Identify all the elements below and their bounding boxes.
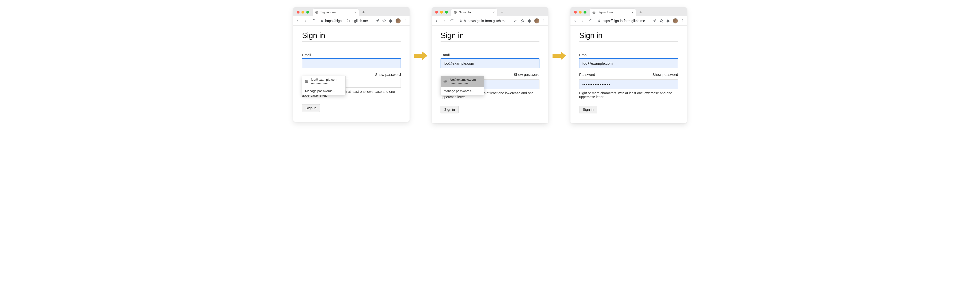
- menu-icon[interactable]: [403, 19, 407, 23]
- extensions-icon[interactable]: [666, 19, 670, 23]
- menu-icon[interactable]: [681, 19, 685, 23]
- minimize-window-icon[interactable]: [579, 11, 582, 14]
- minimize-window-icon[interactable]: [440, 11, 443, 14]
- extensions-icon[interactable]: [389, 19, 393, 23]
- page-heading: Sign in: [302, 31, 401, 40]
- autofill-suggestion[interactable]: foo@example.com ••••••••••••••••: [302, 76, 345, 87]
- toolbar-actions: [514, 18, 546, 24]
- arrow-icon: [552, 51, 566, 60]
- close-tab-icon[interactable]: ×: [354, 11, 356, 14]
- window-controls: [573, 11, 589, 16]
- show-password-toggle[interactable]: Show password: [375, 73, 401, 76]
- key-icon[interactable]: [514, 19, 518, 23]
- arrow-icon: [414, 51, 428, 60]
- forward-button: [580, 18, 585, 24]
- maximize-window-icon[interactable]: [306, 11, 309, 14]
- maximize-window-icon[interactable]: [584, 11, 587, 14]
- star-icon[interactable]: [520, 19, 525, 23]
- browser-tab[interactable]: Signin form ×: [451, 9, 497, 16]
- autofill-dropdown: foo@example.com •••••••••••••••• Manage …: [441, 76, 484, 95]
- page-content: Sign in Email foo@example.com ••••••••••…: [432, 26, 548, 121]
- window-controls: [295, 11, 311, 16]
- maximize-window-icon[interactable]: [445, 11, 448, 14]
- menu-icon[interactable]: [542, 19, 546, 23]
- divider: [579, 41, 678, 42]
- svg-point-3: [405, 21, 406, 21]
- browser-tab[interactable]: Signin form ×: [313, 9, 359, 16]
- reload-button[interactable]: [588, 18, 593, 24]
- key-icon[interactable]: [375, 19, 380, 23]
- globe-icon: [453, 11, 457, 14]
- browser-window-3: Signin form × + https://sign-in-form.gli…: [570, 7, 687, 123]
- close-window-icon[interactable]: [297, 11, 299, 14]
- back-button[interactable]: [434, 18, 439, 24]
- globe-icon: [592, 11, 596, 14]
- reload-button[interactable]: [449, 18, 455, 24]
- manage-passwords-link[interactable]: Manage passwords...: [302, 87, 345, 95]
- extensions-icon[interactable]: [527, 19, 532, 23]
- toolbar-actions: [375, 18, 407, 24]
- password-input[interactable]: [579, 79, 678, 89]
- new-tab-button[interactable]: +: [360, 9, 367, 16]
- address-bar[interactable]: https://sign-in-form.glitch.me: [318, 18, 373, 24]
- globe-icon: [443, 79, 447, 83]
- svg-point-14: [682, 19, 682, 20]
- manage-passwords-link[interactable]: Manage passwords...: [441, 87, 484, 95]
- titlebar: Signin form × +: [293, 7, 410, 16]
- svg-point-7: [514, 21, 516, 22]
- svg-point-13: [653, 21, 655, 22]
- back-button[interactable]: [573, 18, 578, 24]
- close-tab-icon[interactable]: ×: [632, 11, 633, 14]
- signin-button[interactable]: Sign in: [579, 106, 597, 113]
- email-input[interactable]: [302, 59, 401, 68]
- autofill-dropdown: foo@example.com •••••••••••••••• Manage …: [302, 76, 345, 95]
- globe-icon: [315, 11, 318, 14]
- svg-point-2: [405, 19, 406, 20]
- email-input[interactable]: [441, 59, 539, 68]
- titlebar: Signin form × +: [570, 7, 687, 16]
- autofill-suggestion[interactable]: foo@example.com ••••••••••••••••: [441, 76, 484, 87]
- star-icon[interactable]: [659, 19, 663, 23]
- url-text: https://sign-in-form.glitch.me: [325, 19, 371, 23]
- tab-title: Signin form: [598, 11, 630, 14]
- new-tab-button[interactable]: +: [499, 9, 506, 16]
- browser-window-1: Signin form × + https://sign-in-form.gli…: [293, 7, 410, 122]
- address-bar[interactable]: https://sign-in-form.glitch.me: [596, 18, 650, 24]
- show-password-toggle[interactable]: Show password: [514, 73, 539, 76]
- page-content: Sign in Email foo@example.com ••••••••••…: [293, 26, 410, 119]
- lock-icon: [320, 19, 324, 22]
- email-label: Email: [441, 53, 539, 57]
- back-button[interactable]: [295, 18, 301, 24]
- browser-tab[interactable]: Signin form ×: [590, 9, 636, 16]
- svg-point-4: [405, 22, 406, 22]
- svg-point-16: [682, 22, 682, 22]
- url-text: https://sign-in-form.glitch.me: [464, 19, 509, 23]
- signin-button[interactable]: Sign in: [302, 104, 320, 112]
- close-tab-icon[interactable]: ×: [493, 11, 495, 14]
- minimize-window-icon[interactable]: [301, 11, 304, 14]
- svg-point-8: [544, 19, 544, 20]
- star-icon[interactable]: [382, 19, 386, 23]
- profile-avatar[interactable]: [673, 18, 678, 24]
- profile-avatar[interactable]: [534, 18, 539, 24]
- new-tab-button[interactable]: +: [637, 9, 644, 16]
- globe-icon: [305, 79, 309, 83]
- close-window-icon[interactable]: [435, 11, 438, 14]
- svg-point-10: [544, 22, 544, 22]
- address-bar[interactable]: https://sign-in-form.glitch.me: [457, 18, 511, 24]
- profile-avatar[interactable]: [396, 18, 401, 24]
- url-text: https://sign-in-form.glitch.me: [603, 19, 648, 23]
- email-input[interactable]: [579, 59, 678, 68]
- show-password-toggle[interactable]: Show password: [652, 73, 678, 76]
- key-icon[interactable]: [652, 19, 657, 23]
- page-heading: Sign in: [579, 31, 678, 40]
- close-window-icon[interactable]: [574, 11, 577, 14]
- window-controls: [434, 11, 450, 16]
- signin-button[interactable]: Sign in: [441, 106, 458, 113]
- svg-point-1: [376, 21, 377, 22]
- reload-button[interactable]: [311, 18, 316, 24]
- email-label: Email: [302, 53, 401, 57]
- password-hint: Eight or more characters, with at least …: [579, 91, 678, 99]
- toolbar: https://sign-in-form.glitch.me: [570, 16, 687, 26]
- browser-window-2: Signin form × + https://sign-in-form.gli…: [432, 7, 548, 123]
